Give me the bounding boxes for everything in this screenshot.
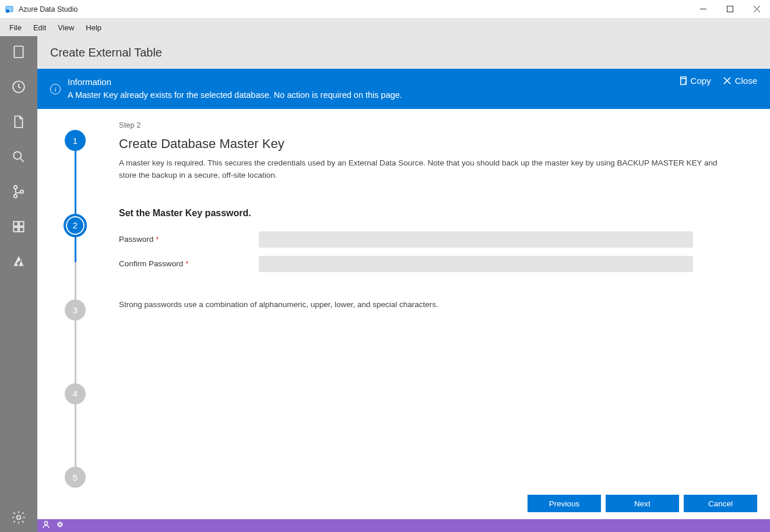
confirm-password-input[interactable] [259, 256, 693, 272]
menu-help[interactable]: Help [80, 21, 107, 34]
step-5[interactable]: 5 [65, 467, 86, 488]
settings-icon[interactable] [0, 510, 37, 532]
step-3[interactable]: 3 [65, 300, 86, 320]
svg-point-23 [44, 522, 47, 524]
banner-close-label: Close [735, 76, 757, 86]
info-banner: i Information A Master Key already exist… [37, 69, 770, 109]
app-title: Azure Data Studio [19, 5, 690, 13]
wizard-footer: Previous Next Cancel [37, 488, 770, 519]
svg-rect-17 [13, 227, 18, 232]
svg-point-9 [13, 152, 21, 159]
close-window-button[interactable] [743, 0, 770, 19]
password-label: Password* [119, 235, 259, 244]
file-icon[interactable] [11, 114, 26, 132]
step-description: A master key is required. This secures t… [119, 157, 737, 182]
window-controls [690, 0, 770, 19]
menu-edit[interactable]: Edit [27, 21, 52, 34]
svg-line-10 [20, 158, 23, 161]
step-1[interactable]: 1 [65, 130, 86, 151]
step-label: Step 2 [119, 121, 753, 129]
step-2[interactable]: 2 [64, 214, 87, 237]
app-icon [5, 5, 14, 14]
activity-bar [0, 36, 37, 532]
search-icon[interactable] [11, 149, 26, 167]
banner-copy-button[interactable]: Copy [678, 76, 711, 86]
password-hint: Strong passwords use a combination of al… [119, 300, 753, 309]
status-error-icon[interactable] [56, 520, 64, 531]
wizard-form: Step 2 Create Database Master Key A mast… [113, 121, 770, 488]
step-title: Create Database Master Key [119, 136, 753, 152]
section-title: Set the Master Key password. [119, 208, 753, 219]
svg-point-1 [6, 9, 9, 13]
previous-button[interactable]: Previous [528, 495, 601, 512]
next-button[interactable]: Next [606, 495, 679, 512]
banner-close-button[interactable]: Close [723, 76, 757, 86]
menubar: File Edit View Help [0, 19, 770, 36]
svg-rect-18 [19, 227, 24, 232]
cancel-button[interactable]: Cancel [684, 495, 757, 512]
history-icon[interactable] [11, 79, 26, 97]
password-input[interactable] [259, 231, 693, 248]
status-bar [37, 519, 770, 532]
confirm-password-label: Confirm Password* [119, 259, 259, 268]
page-header: Create External Table [37, 36, 770, 69]
banner-copy-label: Copy [691, 76, 711, 86]
svg-point-13 [20, 190, 23, 193]
azure-icon[interactable] [11, 254, 26, 272]
banner-message: A Master Key already exists for the sele… [68, 90, 757, 100]
menu-file[interactable]: File [3, 21, 27, 34]
step-indicator: 1 2 3 4 5 [37, 121, 113, 488]
accounts-icon[interactable] [42, 520, 50, 531]
info-icon: i [50, 84, 61, 94]
svg-rect-3 [727, 6, 733, 12]
banner-title: Information [68, 77, 757, 87]
svg-point-19 [17, 516, 21, 520]
svg-point-11 [14, 186, 17, 189]
step-4[interactable]: 4 [65, 383, 86, 404]
extensions-icon[interactable] [11, 219, 26, 237]
maximize-button[interactable] [716, 0, 743, 19]
source-control-icon[interactable] [11, 184, 26, 202]
titlebar: Azure Data Studio [0, 0, 770, 19]
svg-rect-20 [680, 79, 685, 84]
menu-view[interactable]: View [52, 21, 80, 34]
servers-icon[interactable] [11, 44, 26, 62]
svg-rect-16 [19, 221, 24, 226]
svg-point-12 [14, 195, 17, 198]
svg-rect-15 [13, 221, 18, 226]
page-title: Create External Table [50, 46, 162, 59]
svg-rect-6 [14, 46, 23, 58]
minimize-button[interactable] [690, 0, 716, 19]
